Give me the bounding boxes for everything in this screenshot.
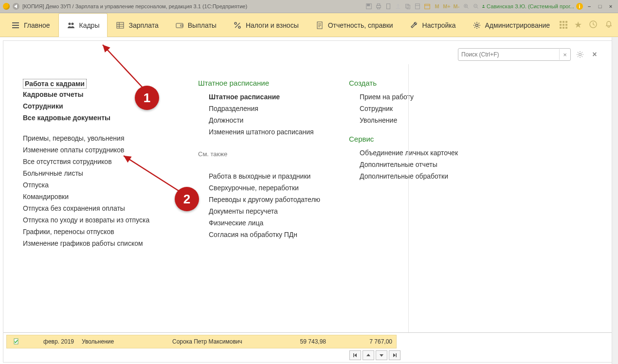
nav-kadry-label: Кадры [79,21,100,29]
nav-nastroyka[interactable]: Настройка [401,13,464,36]
pager-first[interactable] [349,350,361,360]
row-period: февр. 2019 [26,338,78,345]
nav-otchetnost-label: Отчетность, справки [328,21,393,29]
link-create-priem[interactable]: Прием на работу [349,91,461,103]
vertical-divider[interactable] [408,64,409,362]
nav-right-icons: ★ [560,13,613,36]
link-otpuska[interactable]: Отпуска [23,179,164,191]
apps-grid-icon[interactable] [560,21,567,29]
titlebar: [КОПИЯ] Демо ЗУП / Зарплата и управление… [0,0,618,13]
nav-zarplata[interactable]: Зарплата [108,13,166,36]
nav-nastroyka-label: Настройка [422,21,456,29]
link-otpuska-bez-sohraneniya[interactable]: Отпуска без сохранения оплаты [23,202,164,214]
panel-close[interactable]: × [589,49,600,60]
link-perevody-drugomu[interactable]: Переводы к другому работодателю [198,194,315,205]
svg-rect-43 [396,353,397,357]
history-icon[interactable] [589,20,598,30]
svg-rect-2 [377,5,381,7]
link-dop-obrabotki[interactable]: Дополнительные обработки [349,170,461,182]
nav-nalogi-label: Налоги и взносы [246,21,299,29]
document-icon[interactable] [384,2,392,10]
calendar-icon[interactable] [423,2,431,10]
link-izmeneniya-shr[interactable]: Изменения штатного расписания [198,126,315,138]
svg-rect-3 [377,4,380,6]
wallet-icon [175,21,184,30]
pager-up[interactable] [363,350,374,360]
gear-icon [473,21,481,30]
nav-main-label: Главное [24,21,50,29]
calculator-icon[interactable] [414,2,421,10]
search-clear[interactable]: × [559,49,570,60]
current-user-link[interactable]: Савинская З.Ю. (Системный прог... [482,3,574,9]
row-posted-icon [13,338,20,345]
info-icon[interactable]: i [576,3,583,10]
link-fizlica[interactable]: Физические лица [198,217,315,229]
table-row[interactable]: февр. 2019 Увольнение Сорока Петр Максим… [6,335,397,348]
svg-rect-10 [425,4,430,9]
nav-vyplaty[interactable]: Выплаты [167,13,225,36]
link-rabota-s-kadrami[interactable]: Работа с кадрами [23,79,87,89]
nav-otchetnost[interactable]: Отчетность, справки [307,13,401,36]
vertical-scrollbar[interactable] [612,37,618,364]
mem-mplus[interactable]: M+ [443,2,451,10]
zoom-in-icon[interactable] [462,2,470,10]
pager-down[interactable] [376,350,387,360]
svg-rect-42 [353,353,354,357]
window-maximize[interactable]: □ [596,3,604,9]
svg-line-13 [467,7,469,9]
nav-admin[interactable]: Администрирование [464,13,559,36]
link-create-uvolnenie[interactable]: Увольнение [349,114,461,126]
link-rabota-vyhodnye[interactable]: Работа в выходные и праздники [198,170,315,182]
window-minimize[interactable]: – [585,3,594,9]
nav-nalogi[interactable]: Налоги и взносы [225,13,307,36]
print-icon[interactable] [375,2,382,10]
link-bolnichnye[interactable]: Больничные листы [23,167,164,179]
callout-2: 2 [175,187,199,211]
link-dokumenty-persucheta[interactable]: Документы персучета [198,205,315,217]
nav-admin-label: Администрирование [485,21,550,29]
row-type: Увольнение [78,338,168,345]
link-obedinenie-kartochek[interactable]: Объединение личных карточек [349,147,461,159]
upload-icon[interactable] [394,2,402,10]
search-box: × [458,48,571,61]
table-icon [116,21,125,30]
back-icon[interactable] [13,3,19,10]
svg-rect-25 [117,22,124,28]
copy-icon[interactable] [404,2,412,10]
link-izmenenie-grafikov-spiskom[interactable]: Изменение графиков работы списком [23,237,164,249]
link-vse-otsutstviya[interactable]: Все отсутствия сотрудников [23,156,164,167]
mem-mminus[interactable]: M- [453,2,460,10]
link-create-sotrudnik[interactable]: Сотрудник [349,103,461,114]
view-settings-icon[interactable] [575,49,585,60]
menu-icon [11,21,20,30]
link-otpuska-po-uhodu[interactable]: Отпуска по уходу и возвраты из отпуска [23,214,164,226]
row-sum1: 59 743,98 [264,338,330,345]
link-izmenenie-oplaty[interactable]: Изменение оплаты сотрудников [23,144,164,156]
svg-rect-30 [181,25,183,26]
svg-point-40 [579,54,582,56]
pager-last[interactable] [389,350,400,360]
save-icon[interactable] [365,2,373,10]
svg-point-38 [475,24,478,26]
link-dolzhnosti[interactable]: Должности [198,114,315,126]
nav-main[interactable]: Главное [3,13,58,36]
report-icon [315,21,324,30]
link-vse-kadrovye-dokumenty[interactable]: Все кадровые документы [23,112,164,124]
link-grafiki-perenosy[interactable]: Графики, переносы отпусков [23,226,164,237]
zoom-out-icon[interactable] [472,2,480,10]
link-priemy-perevody-uvolneniya[interactable]: Приемы, переводы, увольнения [23,132,164,144]
row-employee: Сорока Петр Максимович [168,338,264,345]
search-input[interactable] [458,51,559,58]
link-podrazdeleniya[interactable]: Подразделения [198,103,315,114]
nav-kadry[interactable]: Кадры [58,13,108,37]
window-close[interactable]: × [606,3,615,9]
link-sverhurochnye[interactable]: Сверхурочные, переработки [198,182,315,194]
link-dop-otchety[interactable]: Дополнительные отчеты [349,159,461,170]
mem-m[interactable]: M [433,2,441,10]
link-soglasiya-pdn[interactable]: Согласия на обработку ПДн [198,229,315,240]
star-icon[interactable]: ★ [574,19,582,30]
people-icon [67,21,75,30]
link-komandirovki[interactable]: Командировки [23,191,164,202]
link-shtatnoe-raspisanie[interactable]: Штатное расписание [198,91,315,103]
bell-icon[interactable] [604,20,613,30]
